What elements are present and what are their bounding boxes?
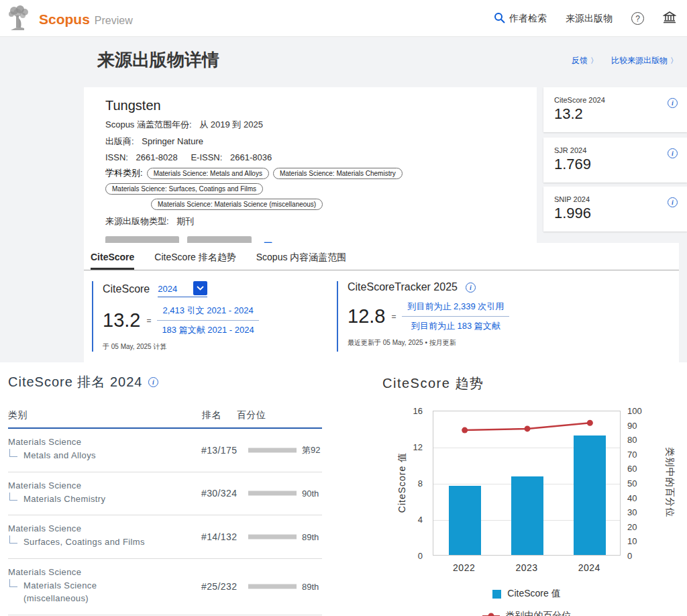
citescore-panel: CiteScore 2024 13.2 = 2,413 引文 2021 - 20 bbox=[92, 281, 313, 352]
elsevier-tree-logo[interactable] bbox=[7, 5, 30, 34]
tree-branch-icon bbox=[9, 493, 17, 501]
legend-percentile: 类别中的百分位 bbox=[433, 610, 621, 616]
right-tick: 50 bbox=[627, 478, 637, 489]
citescore-metric-label: CiteScore 2024 bbox=[554, 96, 678, 104]
right-tick: 30 bbox=[627, 507, 637, 517]
source-type-line: 来源出版物类型: 期刊 bbox=[105, 215, 523, 227]
citescore-year-select[interactable]: 2024 bbox=[158, 281, 207, 297]
citescore-fraction: 2,413 引文 2021 - 2024 183 篇文献 2021 - 2024 bbox=[157, 305, 258, 336]
year-dropdown-button[interactable] bbox=[193, 281, 207, 295]
percentile-bar bbox=[248, 448, 297, 452]
left-tick: 0 bbox=[418, 551, 423, 561]
percentile-bar bbox=[248, 534, 297, 539]
tracker-citations-link[interactable]: 到目前为止 2,339 次引用 bbox=[402, 301, 509, 317]
category-parent: Materials Science bbox=[8, 480, 322, 491]
page-title: 来源出版物详情 bbox=[97, 48, 219, 72]
info-icon[interactable] bbox=[668, 148, 678, 158]
tab-citescore[interactable]: CiteScore bbox=[91, 252, 134, 270]
citescore-section: CiteScore CiteScore 排名趋势 Scopus 内容涵盖范围 C… bbox=[84, 243, 679, 362]
tracker-documents-link[interactable]: 到目前为止 183 篇文献 bbox=[402, 317, 509, 332]
tree-branch-icon bbox=[9, 579, 17, 587]
chevron-down-icon bbox=[197, 286, 204, 291]
equals-sign: = bbox=[391, 312, 396, 321]
tracker-formula: 12.8 = 到目前为止 2,339 次引用 到目前为止 183 篇文献 bbox=[348, 301, 558, 332]
tab-citescore-rank-trend[interactable]: CiteScore 排名趋势 bbox=[154, 252, 235, 270]
category-child-row: Materials Science (miscellaneous) bbox=[8, 579, 322, 605]
citescore-footnote: 于 05 May, 2025 计算 bbox=[103, 342, 313, 352]
tab-bar: CiteScore CiteScore 排名趋势 Scopus 内容涵盖范围 bbox=[84, 243, 679, 270]
feedback-label: 反馈 bbox=[572, 55, 588, 66]
category-child: Metals and Alloys bbox=[23, 449, 96, 462]
citescore-trend-chart: CiteScore 趋势 CiteScore 值 类别中的百分位 0481216… bbox=[382, 374, 687, 616]
category-parent: Materials Science bbox=[8, 437, 322, 447]
scopus-source-details-page: Scopus Preview 作者检索 来源出版物 bbox=[0, 0, 687, 616]
compare-sources-link[interactable]: 比较来源出版物 〉 bbox=[611, 55, 678, 66]
line-legend-label: 类别中的百分位 bbox=[506, 610, 572, 616]
issn-label: ISSN: bbox=[105, 152, 128, 162]
right-tick: 100 bbox=[627, 406, 642, 416]
citations-link[interactable]: 2,413 引文 2021 - 2024 bbox=[157, 305, 258, 321]
coverage-label: Scopus 涵盖范围年份: bbox=[105, 119, 192, 130]
rank-value: #13/175 bbox=[201, 445, 237, 456]
nav-author-search[interactable]: 作者检索 bbox=[494, 12, 547, 25]
tab-scopus-coverage[interactable]: Scopus 内容涵盖范围 bbox=[256, 252, 347, 270]
publisher-value: Springer Nature bbox=[142, 136, 203, 146]
institution-button[interactable] bbox=[663, 11, 676, 26]
sjr-metric-value: 1.769 bbox=[554, 156, 678, 173]
info-icon[interactable] bbox=[668, 98, 678, 108]
x-tick-label: 2022 bbox=[453, 562, 475, 573]
source-type-label: 来源出版物类型: bbox=[105, 216, 169, 226]
nav-author-search-label: 作者检索 bbox=[509, 13, 547, 25]
documents-link[interactable]: 183 篇文献 2021 - 2024 bbox=[157, 321, 258, 336]
right-tick: 10 bbox=[627, 536, 637, 546]
category-chip[interactable]: Materials Science: Materials Science (mi… bbox=[151, 199, 323, 210]
col-rank: 排名 bbox=[202, 409, 221, 421]
tracker-panel-head: CiteScoreTracker 2025 bbox=[348, 281, 558, 293]
top-nav: 作者检索 来源出版物 bbox=[494, 0, 676, 37]
category-child: Surfaces, Coatings and Films bbox=[23, 535, 145, 549]
percentile-value: 89th bbox=[302, 531, 319, 542]
scopus-wordmark: Scopus bbox=[39, 11, 90, 28]
chevron-right-icon: 〉 bbox=[590, 56, 598, 66]
question-icon bbox=[631, 12, 644, 25]
nav-sources[interactable]: 来源出版物 bbox=[566, 13, 613, 25]
x-tick-label: 2023 bbox=[515, 562, 537, 573]
feedback-link[interactable]: 反馈 〉 bbox=[572, 55, 598, 66]
left-tick: 4 bbox=[418, 515, 423, 525]
source-title: Tungsten bbox=[105, 98, 523, 113]
upper-section: 来源出版物详情 反馈 〉 比较来源出版物 〉 Tungsten Scopus 涵… bbox=[0, 37, 687, 362]
trend-title: CiteScore 趋势 bbox=[382, 374, 687, 393]
right-tick: 80 bbox=[627, 435, 637, 445]
scopus-logo[interactable]: Scopus Preview bbox=[39, 11, 133, 28]
col-percentile: 百分位 bbox=[237, 409, 266, 421]
category-chip[interactable]: Materials Science: Metals and Alloys bbox=[147, 168, 269, 179]
category-chip[interactable]: Materials Science: Surfaces, Coatings an… bbox=[105, 183, 263, 195]
category-chip[interactable]: Materials Science: Materials Chemistry bbox=[273, 168, 403, 179]
info-icon[interactable] bbox=[668, 197, 678, 207]
percentile-value: 89th bbox=[302, 582, 319, 592]
right-tick: 70 bbox=[627, 449, 637, 459]
categories-label: 学科类别: bbox=[105, 167, 143, 179]
category-parent: Materials Science bbox=[8, 523, 322, 533]
eissn-value: 2661-8036 bbox=[230, 152, 272, 162]
help-button[interactable] bbox=[631, 12, 644, 25]
citescore-value: 13.2 bbox=[103, 309, 140, 331]
tracker-panel: CiteScoreTracker 2025 12.8 = 到目前为止 2,339… bbox=[337, 281, 558, 352]
chevron-right-icon: 〉 bbox=[670, 56, 678, 66]
percentile-bar bbox=[248, 584, 297, 589]
percentile-bar bbox=[248, 491, 297, 496]
right-tick: 60 bbox=[627, 464, 637, 474]
info-icon[interactable] bbox=[148, 377, 158, 387]
tracker-fraction: 到目前为止 2,339 次引用 到目前为止 183 篇文献 bbox=[402, 301, 509, 332]
percentile-value: 90th bbox=[302, 489, 319, 499]
x-tick-label: 2024 bbox=[578, 562, 600, 573]
brand: Scopus Preview bbox=[7, 5, 133, 34]
categories-line-2: Materials Science: Materials Science (mi… bbox=[105, 199, 523, 210]
citescore-formula: 13.2 = 2,413 引文 2021 - 2024 183 篇文献 2021… bbox=[103, 305, 313, 336]
citescore-panel-head: CiteScore 2024 bbox=[103, 281, 313, 297]
snip-metric-label: SNIP 2024 bbox=[554, 195, 678, 203]
info-icon[interactable] bbox=[466, 283, 476, 293]
right-ticks: 0102030405060708090100 bbox=[627, 411, 654, 556]
right-axis-label: 类别中的百分位 bbox=[664, 409, 676, 556]
percentile-value: 第92 bbox=[302, 444, 320, 456]
